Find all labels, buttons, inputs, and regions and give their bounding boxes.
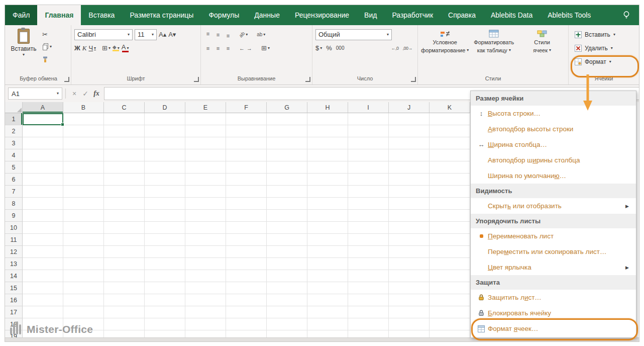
cell-K9[interactable] — [430, 210, 470, 222]
cell-I5[interactable] — [348, 161, 389, 174]
cell-F4[interactable] — [226, 149, 267, 161]
cell-J15[interactable] — [389, 282, 430, 294]
cell-G14[interactable] — [267, 270, 307, 282]
cell-J1[interactable] — [389, 113, 430, 125]
cell-F15[interactable] — [226, 282, 267, 294]
menu-item-4[interactable]: Автоподбор ширины столбца — [471, 152, 636, 168]
menu-item-15[interactable]: Формат ячеек… — [471, 321, 636, 336]
cell-A7[interactable] — [23, 186, 63, 198]
cell-G4[interactable] — [267, 149, 307, 161]
cell-G8[interactable] — [267, 198, 307, 210]
cell-H11[interactable] — [307, 234, 348, 246]
dialog-launcher-icon[interactable] — [194, 77, 199, 82]
menu-item-1[interactable]: ↕Высота строки… — [471, 106, 636, 121]
format-painter-button[interactable] — [42, 54, 52, 64]
column-header-G[interactable]: G — [267, 102, 307, 113]
cell-H7[interactable] — [307, 186, 348, 198]
cell-K12[interactable] — [430, 246, 470, 258]
menu-item-11[interactable]: Цвет ярлычка▶ — [471, 260, 636, 275]
cell-H19[interactable] — [307, 330, 348, 337]
cell-H16[interactable] — [307, 294, 348, 306]
cell-I8[interactable] — [348, 198, 389, 210]
cell-D3[interactable] — [145, 137, 185, 149]
cell-G12[interactable] — [267, 246, 307, 258]
cell-B1[interactable] — [63, 113, 104, 125]
cell-G6[interactable] — [267, 174, 307, 186]
format-as-table-button[interactable]: Форматировать как таблицу▾ — [471, 28, 517, 73]
align-left-button[interactable]: ≡ — [204, 44, 212, 52]
cell-F11[interactable] — [226, 234, 267, 246]
ribbon-tab-3[interactable]: Вставка — [81, 5, 122, 25]
cell-D2[interactable] — [145, 125, 185, 137]
cell-K11[interactable] — [430, 234, 470, 246]
cell-G19[interactable] — [267, 330, 307, 337]
cell-D16[interactable] — [145, 294, 185, 306]
cell-J4[interactable] — [389, 149, 430, 161]
cell-J17[interactable] — [389, 306, 430, 318]
cell-F5[interactable] — [226, 161, 267, 174]
cell-F10[interactable] — [226, 222, 267, 234]
cell-H18[interactable] — [307, 318, 348, 330]
cell-G17[interactable] — [267, 306, 307, 318]
increase-font-button[interactable]: А▴ — [159, 30, 166, 40]
increase-indent-button[interactable]: → — [247, 43, 252, 53]
cell-D11[interactable] — [145, 234, 185, 246]
insert-cells-button[interactable]: Вставить ▾ — [572, 29, 636, 40]
cell-E8[interactable] — [185, 198, 226, 210]
row-header-5[interactable]: 5 — [5, 161, 23, 174]
cell-I19[interactable] — [348, 330, 389, 337]
cell-F1[interactable] — [226, 113, 267, 125]
font-color-button[interactable]: А▾ — [122, 43, 129, 53]
cell-G7[interactable] — [267, 186, 307, 198]
borders-button[interactable]: ⊞▾ — [102, 43, 111, 53]
cell-A1[interactable] — [23, 113, 63, 125]
number-format-select[interactable]: Общий ▾ — [315, 29, 392, 40]
cell-I7[interactable] — [348, 186, 389, 198]
cell-E7[interactable] — [185, 186, 226, 198]
merge-center-button[interactable]: ⊞▾ — [261, 43, 270, 53]
cell-I17[interactable] — [348, 306, 389, 318]
cell-K1[interactable] — [430, 113, 470, 125]
cell-D1[interactable] — [145, 113, 185, 125]
row-header-17[interactable]: 17 — [5, 306, 23, 318]
cell-J19[interactable] — [389, 330, 430, 337]
cell-G11[interactable] — [267, 234, 307, 246]
align-top-button[interactable]: ≡ — [204, 31, 212, 39]
cell-I2[interactable] — [348, 125, 389, 137]
ribbon-tab-4[interactable]: Разметка страницы — [122, 5, 201, 25]
cell-C19[interactable] — [104, 330, 145, 337]
ribbon-tab-8[interactable]: Вид — [357, 5, 384, 25]
cell-A17[interactable] — [23, 306, 63, 318]
row-header-12[interactable]: 12 — [5, 246, 23, 258]
row-header-4[interactable]: 4 — [5, 149, 23, 161]
wrap-text-button[interactable]: ab▾ — [257, 30, 265, 40]
cell-D10[interactable] — [145, 222, 185, 234]
column-header-J[interactable]: J — [389, 102, 430, 113]
cell-B15[interactable] — [63, 282, 104, 294]
cell-H13[interactable] — [307, 258, 348, 270]
cell-C18[interactable] — [104, 318, 145, 330]
cell-K15[interactable] — [430, 282, 470, 294]
cell-C8[interactable] — [104, 198, 145, 210]
cell-A9[interactable] — [23, 210, 63, 222]
menu-item-9[interactable]: Переименовать лист — [471, 228, 636, 244]
row-header-10[interactable]: 10 — [5, 222, 23, 234]
align-center-button[interactable]: ≡ — [214, 44, 222, 52]
ribbon-tab-1[interactable]: Файл — [5, 5, 37, 25]
cell-D9[interactable] — [145, 210, 185, 222]
cell-B12[interactable] — [63, 246, 104, 258]
conditional-formatting-button[interactable]: Условное форматирование▾ — [421, 28, 469, 73]
cell-H10[interactable] — [307, 222, 348, 234]
cell-B5[interactable] — [63, 161, 104, 174]
cell-I13[interactable] — [348, 258, 389, 270]
format-cells-menu-button[interactable]: Формат ▾ — [572, 56, 636, 67]
cell-E9[interactable] — [185, 210, 226, 222]
comma-format-button[interactable]: 000 — [336, 43, 345, 53]
cell-B4[interactable] — [63, 149, 104, 161]
row-header-7[interactable]: 7 — [5, 186, 23, 198]
cell-H5[interactable] — [307, 161, 348, 174]
cell-A14[interactable] — [23, 270, 63, 282]
cell-K13[interactable] — [430, 258, 470, 270]
ribbon-tab-12[interactable]: Ablebits Tools — [540, 5, 598, 25]
cell-D15[interactable] — [145, 282, 185, 294]
